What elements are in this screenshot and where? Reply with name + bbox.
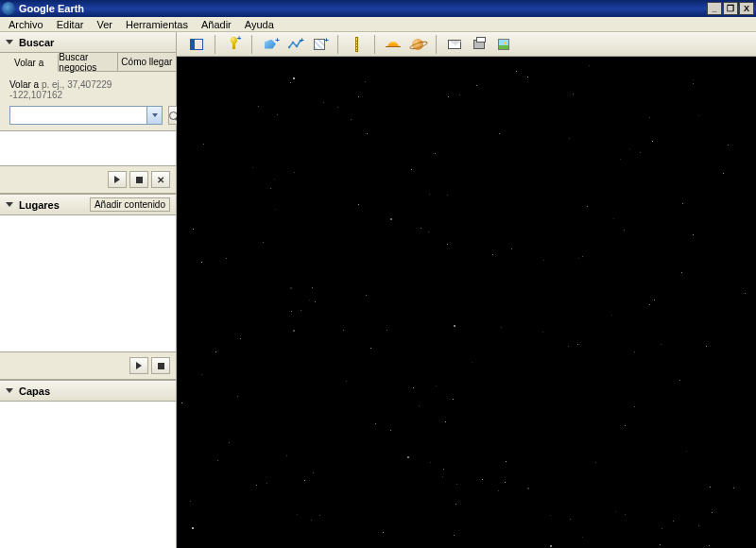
close-icon: ✕ bbox=[157, 175, 164, 185]
search-tour-controls: ✕ bbox=[0, 166, 176, 194]
search-combo bbox=[9, 106, 163, 125]
tour-play-button[interactable] bbox=[108, 171, 127, 188]
places-list[interactable] bbox=[0, 215, 176, 352]
panel-layers: Capas bbox=[0, 381, 176, 548]
places-tour-controls bbox=[0, 352, 176, 380]
tour-stop-button[interactable] bbox=[129, 171, 148, 188]
tab-fly-to[interactable]: Volar a bbox=[0, 54, 59, 72]
switch-sky-button[interactable] bbox=[407, 35, 428, 54]
separator bbox=[374, 35, 375, 54]
mail-icon bbox=[448, 40, 461, 49]
search-hint-label: Volar a bbox=[9, 79, 39, 90]
search-hint: Volar a p. ej., 37,407229 -122,107162 bbox=[9, 79, 166, 100]
add-content-button[interactable]: Añadir contenido bbox=[90, 197, 170, 212]
sun-icon bbox=[387, 42, 399, 47]
play-icon bbox=[136, 362, 142, 369]
viewport-area: + + + bbox=[177, 32, 756, 548]
app-icon bbox=[2, 2, 15, 15]
add-polygon-button[interactable]: + bbox=[260, 35, 281, 54]
add-image-overlay-button[interactable]: + bbox=[309, 35, 330, 54]
ruler-button[interactable] bbox=[346, 35, 367, 54]
play-icon bbox=[114, 176, 120, 183]
stop-icon bbox=[136, 177, 143, 183]
separator bbox=[215, 35, 215, 54]
separator bbox=[251, 35, 252, 54]
svg-point-1 bbox=[292, 41, 295, 43]
search-clear-button[interactable]: ✕ bbox=[151, 171, 170, 188]
menu-anadir[interactable]: Añadir bbox=[195, 18, 238, 31]
menubar: Archivo Editar Ver Herramientas Añadir A… bbox=[0, 17, 756, 32]
window-title: Google Earth bbox=[19, 3, 707, 14]
panel-layers-header[interactable]: Capas bbox=[0, 381, 176, 402]
email-button[interactable] bbox=[444, 35, 465, 54]
add-placemark-button[interactable] bbox=[223, 35, 244, 54]
layers-list[interactable] bbox=[0, 402, 176, 548]
svg-point-2 bbox=[296, 44, 299, 47]
toolbar: + + + bbox=[177, 32, 756, 57]
pushpin-icon bbox=[232, 40, 235, 49]
panel-search: Buscar Volar a Buscar negocios Cómo lleg… bbox=[0, 32, 176, 195]
tab-directions[interactable]: Cómo llegar bbox=[118, 53, 176, 71]
titlebar: Google Earth _ ❐ X bbox=[0, 0, 756, 17]
print-icon bbox=[473, 40, 485, 49]
side-panel: Buscar Volar a Buscar negocios Cómo lleg… bbox=[0, 32, 177, 548]
menu-ayuda[interactable]: Ayuda bbox=[238, 18, 281, 31]
search-results bbox=[0, 130, 176, 166]
sidebar-icon bbox=[190, 39, 203, 50]
menu-editar[interactable]: Editar bbox=[50, 18, 91, 31]
places-stop-button[interactable] bbox=[151, 357, 170, 374]
sunlight-button[interactable] bbox=[383, 35, 404, 54]
tab-find-businesses[interactable]: Buscar negocios bbox=[59, 53, 117, 71]
globe-canvas[interactable] bbox=[177, 57, 756, 548]
add-path-button[interactable]: + bbox=[284, 35, 305, 54]
chevron-down-icon bbox=[6, 388, 13, 393]
panel-search-title: Buscar bbox=[19, 37, 170, 48]
ruler-icon bbox=[355, 37, 358, 52]
separator bbox=[337, 35, 338, 54]
minimize-button[interactable]: _ bbox=[707, 2, 722, 15]
toggle-sidebar-button[interactable] bbox=[186, 35, 207, 54]
chevron-down-icon bbox=[6, 202, 13, 207]
panel-places-header[interactable]: Lugares Añadir contenido bbox=[0, 195, 176, 215]
image-overlay-icon bbox=[314, 39, 325, 50]
stop-icon bbox=[158, 363, 164, 369]
search-input[interactable] bbox=[10, 107, 146, 124]
search-dropdown-button[interactable] bbox=[146, 107, 162, 124]
polygon-icon bbox=[265, 40, 276, 49]
save-image-button[interactable] bbox=[493, 35, 514, 54]
panel-layers-title: Capas bbox=[19, 385, 170, 397]
separator bbox=[436, 35, 437, 54]
panel-search-header[interactable]: Buscar bbox=[0, 32, 176, 53]
chevron-down-icon bbox=[6, 40, 13, 44]
planet-icon bbox=[412, 39, 423, 50]
menu-archivo[interactable]: Archivo bbox=[2, 18, 50, 31]
search-tabs: Volar a Buscar negocios Cómo llegar bbox=[0, 53, 176, 72]
menu-ver[interactable]: Ver bbox=[90, 18, 119, 31]
menu-herramientas[interactable]: Herramientas bbox=[119, 18, 195, 31]
image-icon bbox=[498, 39, 509, 50]
chevron-down-icon bbox=[152, 113, 158, 117]
restore-button[interactable]: ❐ bbox=[723, 2, 738, 15]
panel-places-title: Lugares bbox=[19, 199, 90, 211]
close-button[interactable]: X bbox=[739, 2, 754, 15]
window-buttons: _ ❐ X bbox=[707, 2, 754, 15]
print-button[interactable] bbox=[469, 35, 490, 54]
places-play-button[interactable] bbox=[129, 357, 148, 374]
panel-places: Lugares Añadir contenido bbox=[0, 195, 176, 381]
